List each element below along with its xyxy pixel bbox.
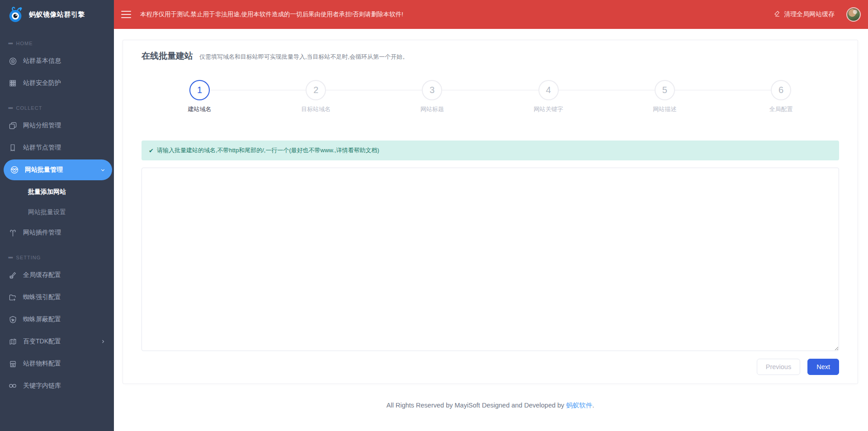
main-area: 本程序仅用于测试,禁止用于非法用途,使用本软件造成的一切后果由使用者承担!否则请… bbox=[114, 0, 868, 431]
footer-text: All Rights Reserved by MayiSoft Designed… bbox=[387, 402, 564, 409]
section-label-setting: ••• SETTING bbox=[0, 249, 114, 265]
disclaimer-text: 本程序仅用于测试,禁止用于非法用途,使用本软件造成的一切后果由使用者承担!否则请… bbox=[140, 10, 403, 19]
sidebar-item-site-security[interactable]: 站群安全防护 bbox=[0, 73, 114, 94]
sidebar-item-site-basic-info[interactable]: 站群基本信息 bbox=[0, 51, 114, 71]
sidebar-item-site-batch-manage[interactable]: 网站批量管理 bbox=[4, 159, 112, 180]
sidebar-item-tdk-config[interactable]: 百变TDK配置 bbox=[0, 331, 114, 352]
eraser-icon bbox=[774, 10, 781, 19]
ellipsis-icon: ••• bbox=[8, 256, 13, 259]
domains-textarea[interactable] bbox=[142, 168, 839, 351]
step-5-site-description[interactable]: 5 网站描述 bbox=[607, 80, 723, 113]
app-title: 蚂蚁镜像站群引擎 bbox=[29, 10, 85, 19]
sidebar-item-site-nodes[interactable]: 站群节点管理 bbox=[0, 137, 114, 158]
wizard-stepper: 1 建站域名 2 目标站域名 3 网站标题 4 bbox=[142, 80, 839, 122]
page-subtitle: 仅需填写域名和目标站即可实现批量导入,当目标站不足时,会循环从第一个开始。 bbox=[199, 53, 408, 61]
smiley-glasses-icon bbox=[10, 165, 19, 174]
sidebar-section-home: ••• HOME 站群基本信息 bbox=[0, 35, 114, 94]
ellipsis-icon: ••• bbox=[8, 42, 13, 45]
step-3-site-title[interactable]: 3 网站标题 bbox=[374, 80, 490, 113]
topbar: 本程序仅用于测试,禁止用于非法用途,使用本软件造成的一切后果由使用者承担!否则请… bbox=[114, 0, 868, 29]
step-2-target-domain[interactable]: 2 目标站域名 bbox=[258, 80, 374, 113]
sidebar: 蚂蚁镜像站群引擎 ••• HOME 站群基本信息 bbox=[0, 0, 114, 431]
sidebar-subitem-batch-site-settings[interactable]: 网站批量设置 bbox=[0, 202, 114, 222]
sidebar-item-spider-pull-config[interactable]: 蜘蛛强引配置 bbox=[0, 287, 114, 308]
step-1-domain[interactable]: 1 建站域名 bbox=[142, 80, 258, 113]
sidebar-section-setting: ••• SETTING 全局缓存配置 bbox=[0, 249, 114, 396]
sidebar-item-site-plugins[interactable]: 网站插件管理 bbox=[0, 222, 114, 243]
badge-circle-icon bbox=[8, 56, 17, 66]
links-icon bbox=[8, 381, 17, 390]
wizard-actions: Previous Next bbox=[142, 359, 839, 375]
footer-link[interactable]: 蚂蚁软件 bbox=[566, 402, 592, 409]
sidebar-item-spider-block-config[interactable]: 蜘蛛屏蔽配置 bbox=[0, 309, 114, 330]
folders-icon bbox=[8, 121, 17, 130]
card-header: 在线批量建站 仅需填写域名和目标站即可实现批量导入,当目标站不足时,会循环从第一… bbox=[142, 50, 839, 62]
user-avatar[interactable] bbox=[846, 7, 861, 22]
step-4-site-keywords[interactable]: 4 网站关键字 bbox=[491, 80, 607, 113]
ellipsis-icon: ••• bbox=[8, 107, 13, 109]
sidebar-item-site-groups[interactable]: 网站分组管理 bbox=[0, 115, 114, 136]
sidebar-subitem-batch-add-sites[interactable]: 批量添加网站 bbox=[0, 182, 114, 202]
clear-global-cache-button[interactable]: 清理全局网站缓存 bbox=[774, 10, 835, 19]
chevron-right-icon bbox=[100, 339, 106, 344]
map-pen-icon bbox=[8, 337, 17, 346]
menu-toggle-icon[interactable] bbox=[121, 11, 131, 18]
footer: All Rights Reserved by MayiSoft Designed… bbox=[123, 401, 858, 410]
sidebar-item-site-material-config[interactable]: 站群物料配置 bbox=[0, 353, 114, 374]
folder-plus-icon bbox=[8, 293, 17, 302]
bookmark-icon bbox=[8, 143, 17, 152]
sidebar-section-collect: ••• COLLECT 网站分组管理 站群节点管理 bbox=[0, 100, 114, 243]
ant-eye-logo-icon bbox=[6, 5, 24, 23]
sidebar-item-keyword-link-library[interactable]: 关键字内链库 bbox=[0, 375, 114, 396]
app-root: 蚂蚁镜像站群引擎 ••• HOME 站群基本信息 bbox=[0, 0, 868, 431]
shield-icon bbox=[8, 315, 17, 324]
brush-icon bbox=[8, 271, 17, 280]
plugin-icon bbox=[8, 228, 17, 237]
batch-site-wizard-card: 在线批量建站 仅需填写域名和目标站即可实现批量导入,当目标站不足时,会循环从第一… bbox=[123, 40, 858, 384]
store-icon bbox=[8, 359, 17, 368]
hint-alert-text: 请输入批量建站的域名,不带http和尾部的/,一行一个(最好也不带www.,详情… bbox=[157, 146, 379, 155]
check-icon: ✔ bbox=[149, 147, 154, 154]
previous-button[interactable]: Previous bbox=[757, 359, 800, 375]
grid-icon bbox=[8, 79, 17, 88]
step-6-global-config[interactable]: 6 全局配置 bbox=[723, 80, 839, 113]
brand[interactable]: 蚂蚁镜像站群引擎 bbox=[0, 0, 114, 29]
section-label-home: ••• HOME bbox=[0, 35, 114, 51]
page-title: 在线批量建站 bbox=[142, 50, 193, 62]
chevron-down-icon bbox=[100, 167, 106, 173]
hint-alert: ✔ 请输入批量建站的域名,不带http和尾部的/,一行一个(最好也不带www.,… bbox=[142, 141, 839, 160]
section-label-collect: ••• COLLECT bbox=[0, 100, 114, 115]
next-button[interactable]: Next bbox=[807, 359, 839, 375]
sidebar-item-global-cache-config[interactable]: 全局缓存配置 bbox=[0, 265, 114, 286]
content-area: 在线批量建站 仅需填写域名和目标站即可实现批量导入,当目标站不足时,会循环从第一… bbox=[114, 29, 868, 431]
